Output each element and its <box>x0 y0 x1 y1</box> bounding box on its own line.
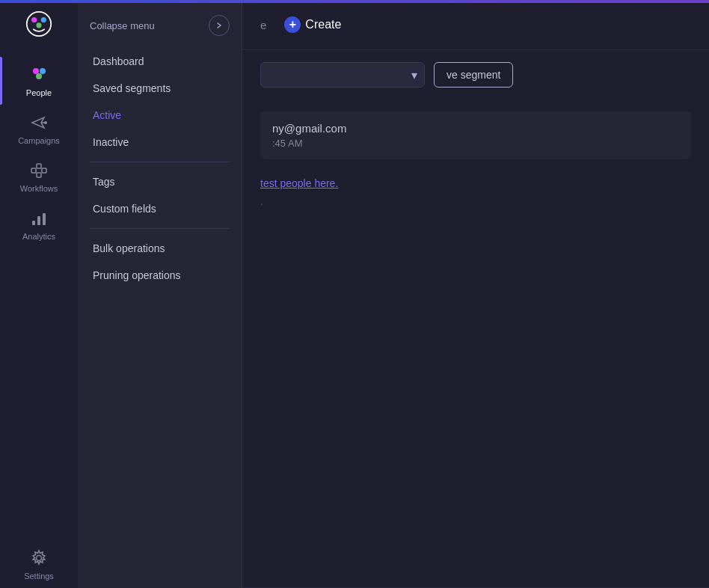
table-row: ny@gmail.com :45 AM <box>260 111 691 159</box>
breadcrumb-partial: e <box>260 19 266 31</box>
icon-sidebar: People Campaigns Workflows <box>0 0 78 588</box>
sidebar-label-analytics: Analytics <box>22 232 55 241</box>
svg-rect-11 <box>37 173 41 177</box>
sub-menu-divider-2 <box>90 228 230 229</box>
svg-rect-18 <box>43 213 46 225</box>
segment-dropdown-wrapper <box>260 62 425 88</box>
sidebar-label-campaigns: Campaigns <box>18 136 60 145</box>
empty-state-link[interactable]: test people here. <box>260 177 338 189</box>
sidebar-label-settings: Settings <box>24 572 54 581</box>
sidebar-label-workflows: Workflows <box>20 184 58 193</box>
sidebar-item-people[interactable]: People <box>0 57 78 105</box>
svg-point-7 <box>44 121 47 124</box>
main-content: e + Create ve segment ny@gmail.com :45 A… <box>242 0 709 588</box>
svg-point-4 <box>33 68 39 74</box>
sidebar-item-campaigns[interactable]: Campaigns <box>0 105 78 153</box>
sub-menu-item-inactive[interactable]: Inactive <box>78 129 242 156</box>
svg-point-3 <box>36 22 41 28</box>
sub-menu-divider-1 <box>90 162 230 162</box>
create-plus-icon: + <box>284 16 301 33</box>
dot-separator: . <box>260 195 691 207</box>
svg-point-5 <box>40 68 46 74</box>
collapse-menu-button[interactable] <box>209 15 230 36</box>
sub-menu-item-tags[interactable]: Tags <box>78 168 242 195</box>
svg-rect-9 <box>37 164 41 168</box>
sub-menu-item-active[interactable]: Active <box>78 102 242 129</box>
logo-icon <box>25 10 52 37</box>
filter-row: ve segment <box>242 50 709 99</box>
app-logo[interactable] <box>21 6 57 42</box>
workflows-icon <box>28 160 49 181</box>
svg-rect-10 <box>42 168 46 173</box>
sub-menu-item-saved-segments[interactable]: Saved segments <box>78 75 242 102</box>
svg-point-19 <box>37 556 42 561</box>
sub-menu-item-dashboard[interactable]: Dashboard <box>78 48 242 75</box>
sub-menu-item-pruning-operations[interactable]: Pruning operations <box>78 262 242 289</box>
collapse-menu-row: Collapse menu <box>78 9 242 48</box>
content-body: ny@gmail.com :45 AM test people here. . <box>242 99 709 219</box>
view-segment-button[interactable]: ve segment <box>434 62 513 88</box>
collapse-menu-label: Collapse menu <box>90 20 155 31</box>
settings-icon <box>28 548 49 569</box>
content-header: e + Create <box>242 0 709 50</box>
time-cell: :45 AM <box>272 138 679 149</box>
sidebar-item-settings[interactable]: Settings <box>0 540 78 588</box>
empty-state-row: test people here. <box>260 177 691 189</box>
svg-rect-16 <box>32 221 35 225</box>
create-label: Create <box>305 18 341 31</box>
sub-menu: Collapse menu Dashboard Saved segments A… <box>78 0 242 588</box>
sub-menu-item-custom-fields[interactable]: Custom fields <box>78 195 242 222</box>
top-accent-bar <box>0 0 709 3</box>
email-cell: ny@gmail.com <box>272 122 679 135</box>
svg-point-6 <box>36 73 42 79</box>
svg-rect-8 <box>31 168 36 173</box>
sidebar-label-people: People <box>26 88 52 97</box>
people-icon <box>28 64 49 85</box>
create-button[interactable]: + Create <box>275 12 350 37</box>
sidebar-item-workflows[interactable]: Workflows <box>0 153 78 200</box>
sub-menu-item-bulk-operations[interactable]: Bulk operations <box>78 235 242 262</box>
segment-dropdown[interactable] <box>260 62 425 88</box>
svg-point-2 <box>41 17 46 22</box>
sidebar-item-analytics[interactable]: Analytics <box>0 200 78 248</box>
svg-rect-17 <box>37 216 40 225</box>
svg-point-1 <box>31 17 37 22</box>
campaigns-icon <box>28 112 49 133</box>
analytics-icon <box>28 208 49 229</box>
